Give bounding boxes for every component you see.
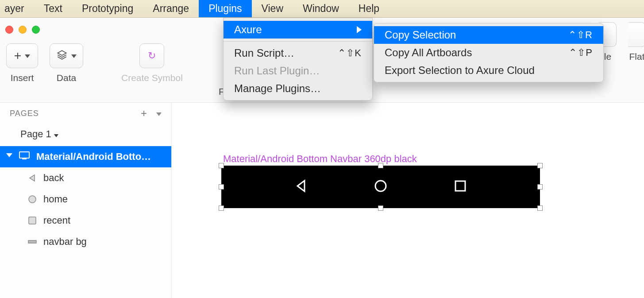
axure-export-cloud[interactable]: Export Selection to Axure Cloud [374,62,603,79]
menu-arrange[interactable]: Arrange [143,0,199,17]
layers-icon [56,49,68,62]
toolbar-right: le Flat [599,22,644,62]
layer-item-home[interactable]: home [0,189,171,210]
svg-point-2 [29,196,36,203]
android-recent-icon [452,178,468,196]
insert-button[interactable] [6,43,38,68]
layer-item-navbar-bg[interactable]: navbar bg [0,231,171,252]
android-home-icon [373,178,389,196]
layer-label: navbar bg [43,236,87,248]
resize-handle[interactable] [537,205,543,211]
page-name: Page 1 [20,128,51,140]
page-selector[interactable]: Page 1 [0,122,171,146]
svg-point-5 [375,181,386,191]
layer-panel: PAGES + Page 1 Material/Android Botto… b… [0,103,172,298]
android-back-icon [293,178,309,196]
resize-handle[interactable] [219,205,224,211]
add-page-button[interactable]: + [141,107,147,120]
plugins-menu-manage[interactable]: Manage Plugins… [224,80,372,97]
app-window: Insert Data ↻ Create Symbol F le [0,18,644,298]
menu-prototyping[interactable]: Prototyping [72,0,143,17]
artboard-label[interactable]: Material/Android Bottom Navbar 360dp bla… [223,153,417,165]
chevron-down-icon [25,52,30,60]
menu-text[interactable]: Text [34,0,72,17]
menu-layer[interactable]: ayer [0,0,34,17]
menu-item-shortcut: ⌃⇧K [338,47,362,59]
plugins-menu-run-script[interactable]: Run Script… ⌃⇧K [224,44,372,62]
zoom-window[interactable] [32,26,40,34]
toolbar-partial-label-2: Flat [629,51,644,62]
rectangle-icon [27,237,37,247]
menu-separator [224,41,372,42]
minimize-window[interactable] [19,26,27,34]
menu-item-label: Run Last Plugin… [234,65,320,77]
plus-icon [14,49,21,63]
svg-rect-1 [22,159,27,159]
toolbar-partial-button-2[interactable] [628,22,644,47]
layer-label: back [43,172,64,184]
menu-item-shortcut: ⌃⇧P [569,47,593,58]
axure-copy-selection[interactable]: Copy Selection ⌃⇧R [374,26,603,44]
pages-header: PAGES + [0,103,171,122]
insert-label: Insert [11,73,34,83]
menu-item-label: Copy Selection [385,29,456,41]
close-window[interactable] [5,26,13,34]
svg-rect-3 [29,217,36,224]
artboard-name: Material/Android Botto… [36,151,151,163]
artboard-row[interactable]: Material/Android Botto… [0,146,171,167]
menu-item-label: Copy All Artboards [385,46,472,59]
create-symbol-button[interactable]: ↻ [139,43,164,68]
data-label: Data [57,73,76,83]
submenu-arrow-icon [357,23,362,36]
resize-handle[interactable] [378,163,383,168]
triangle-icon [27,173,37,183]
artboard-selection[interactable] [221,166,540,208]
menu-item-shortcut: ⌃⇧R [568,29,593,41]
window-controls [5,26,40,34]
chevron-down-icon [54,128,58,140]
menu-plugins[interactable]: Plugins [199,0,251,17]
axure-submenu: Copy Selection ⌃⇧R Copy All Artboards ⌃⇧… [374,23,604,82]
resize-handle[interactable] [219,184,224,190]
svg-rect-4 [28,240,36,243]
menu-item-label: Export Selection to Axure Cloud [385,64,535,77]
menu-view[interactable]: View [252,0,293,17]
toolbar-partial-label-1: le [604,51,611,62]
resize-handle[interactable] [537,163,543,168]
android-navbar [221,166,540,208]
axure-copy-all-artboards[interactable]: Copy All Artboards ⌃⇧P [374,44,603,62]
layer-label: recent [43,215,70,226]
svg-rect-0 [19,152,29,158]
create-symbol-label: Create Symbol [121,73,183,83]
menu-window[interactable]: Window [293,0,349,17]
data-button[interactable] [50,43,83,68]
resize-handle[interactable] [378,205,383,211]
plugins-menu-axure[interactable]: Axure [224,21,372,39]
menubar: ayer Text Prototyping Arrange Plugins Vi… [0,0,644,18]
create-symbol-icon: ↻ [148,50,156,62]
chevron-down-icon [71,52,77,60]
square-icon [27,216,37,225]
layer-item-back[interactable]: back [0,167,171,189]
circle-icon [27,194,37,204]
menu-item-label: Run Script… [234,47,294,59]
layer-label: home [43,194,68,205]
pages-title: PAGES [10,109,39,118]
menu-item-label: Manage Plugins… [234,82,321,95]
plugins-menu-run-last: Run Last Plugin… [224,62,372,80]
canvas[interactable]: Material/Android Bottom Navbar 360dp bla… [172,103,644,298]
plugins-dropdown: Axure Run Script… ⌃⇧K Run Last Plugin… M… [223,18,373,101]
resize-handle[interactable] [219,163,224,168]
svg-rect-6 [455,181,465,191]
menu-item-label: Axure [234,23,262,36]
menu-help[interactable]: Help [349,0,389,17]
disclosure-triangle-icon[interactable] [6,151,12,163]
layer-item-recent[interactable]: recent [0,210,171,231]
artboard-icon [19,151,30,163]
pages-menu-chevron[interactable] [156,109,162,118]
resize-handle[interactable] [537,184,543,190]
